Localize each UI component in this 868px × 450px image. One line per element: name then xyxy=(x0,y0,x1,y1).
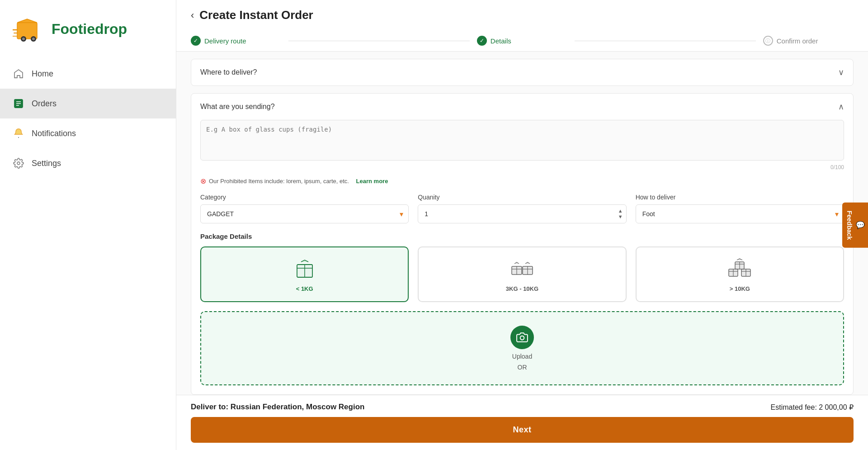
how-to-deliver-select-wrap: Foot Bike Car Truck ▾ xyxy=(636,204,844,223)
char-count: 0/100 xyxy=(200,164,844,171)
step-1-label: Delivery route xyxy=(204,37,246,45)
home-icon xyxy=(13,68,24,80)
what-sending-title: What are you sending? xyxy=(200,103,275,111)
sidebar-item-home[interactable]: Home xyxy=(0,59,176,89)
where-to-deliver-title: Where to deliver? xyxy=(200,68,257,76)
settings-icon xyxy=(13,157,24,169)
nav-items: Home Orders Notifications Settings xyxy=(0,59,176,178)
quantity-down-button[interactable]: ▼ xyxy=(616,214,625,220)
header: ‹ Create Instant Order ✓ Delivery route … xyxy=(176,0,868,52)
step-delivery-route[interactable]: ✓ Delivery route xyxy=(191,30,281,51)
feedback-icon: 💬 xyxy=(856,221,864,230)
sidebar-item-settings[interactable]: Settings xyxy=(0,148,176,178)
what-sending-chevron: ∧ xyxy=(838,102,844,112)
feedback-label: Feedback xyxy=(846,210,853,240)
step-divider-2 xyxy=(575,41,756,41)
logo-icon xyxy=(13,13,45,45)
step-confirm-order[interactable]: ⓘ Confirm order xyxy=(763,30,854,51)
logo-area: Footiedrop xyxy=(0,0,176,54)
orders-icon xyxy=(13,98,24,109)
what-sending-header[interactable]: What are you sending? ∧ xyxy=(191,94,853,120)
package-details-label: Package Details xyxy=(200,232,844,240)
quantity-up-button[interactable]: ▲ xyxy=(616,208,625,214)
main-area: ‹ Create Instant Order ✓ Delivery route … xyxy=(176,0,868,450)
where-to-deliver-chevron: ∨ xyxy=(838,67,844,77)
prohibited-notice: ⊗ Our Prohibited Items include: lorem, i… xyxy=(200,177,844,185)
package-small[interactable]: < 1KG xyxy=(200,246,409,302)
notifications-icon xyxy=(13,128,24,139)
how-to-deliver-select[interactable]: Foot Bike Car Truck xyxy=(636,204,844,223)
category-label: Category xyxy=(200,194,409,201)
step-3-icon: ⓘ xyxy=(763,36,773,46)
package-options: < 1KG xyxy=(200,246,844,302)
package-large-icon xyxy=(727,256,752,281)
footer-bar: Deliver to: Russian Federation, Moscow R… xyxy=(176,395,868,450)
svg-point-32 xyxy=(520,336,524,340)
how-to-deliver-label: How to deliver xyxy=(636,194,844,201)
step-2-label: Details xyxy=(491,37,511,45)
estimated-fee-text: Estimated fee: 2 000,00 ₽ xyxy=(771,403,854,412)
form-row-fields: Category GADGET DOCUMENT CLOTHING FOOD O… xyxy=(200,194,844,223)
quantity-arrows: ▲ ▼ xyxy=(616,208,625,220)
sidebar: Footiedrop Home Orders Notifications Set… xyxy=(0,0,176,450)
package-large-label: > 10KG xyxy=(730,285,750,292)
camera-icon xyxy=(510,326,534,349)
step-3-label: Confirm order xyxy=(777,37,818,45)
where-to-deliver-section: Where to deliver? ∨ xyxy=(191,59,854,86)
svg-point-14 xyxy=(17,162,20,165)
sidebar-item-orders[interactable]: Orders xyxy=(0,89,176,118)
warning-icon: ⊗ xyxy=(200,177,206,185)
upload-label: Upload xyxy=(512,353,532,360)
quantity-group: Quanity ▲ ▼ xyxy=(418,194,626,223)
how-to-deliver-group: How to deliver Foot Bike Car Truck ▾ xyxy=(636,194,844,223)
upload-or: OR xyxy=(518,364,527,371)
upload-area[interactable]: Upload OR xyxy=(200,311,844,385)
deliver-to-text: Deliver to: Russian Federation, Moscow R… xyxy=(191,403,364,412)
step-1-icon: ✓ xyxy=(191,36,201,46)
back-button[interactable]: ‹ xyxy=(191,9,194,21)
what-sending-section: What are you sending? ∧ 0/100 ⊗ Our Proh… xyxy=(191,93,854,395)
package-medium[interactable]: 3KG - 10KG xyxy=(418,246,626,302)
learn-more-link[interactable]: Learn more xyxy=(356,178,388,185)
step-divider-1 xyxy=(288,41,470,41)
sidebar-item-notifications[interactable]: Notifications xyxy=(0,118,176,148)
footer-info: Deliver to: Russian Federation, Moscow R… xyxy=(191,403,854,412)
back-title-row: ‹ Create Instant Order xyxy=(191,8,854,22)
quantity-input[interactable] xyxy=(418,204,626,223)
package-medium-icon xyxy=(510,256,534,281)
step-2-icon: ✓ xyxy=(477,36,487,46)
svg-point-8 xyxy=(32,38,35,40)
package-large[interactable]: > 10KG xyxy=(636,246,844,302)
page-title: Create Instant Order xyxy=(199,8,313,22)
where-to-deliver-header[interactable]: Where to deliver? ∨ xyxy=(191,59,853,85)
category-select-wrap: GADGET DOCUMENT CLOTHING FOOD OTHER ▾ xyxy=(200,204,409,223)
package-small-label: < 1KG xyxy=(296,285,313,292)
what-sending-body: 0/100 ⊗ Our Prohibited Items include: lo… xyxy=(191,120,853,394)
item-description-textarea[interactable] xyxy=(200,120,844,161)
quantity-input-wrap: ▲ ▼ xyxy=(418,204,626,223)
next-button[interactable]: Next xyxy=(191,417,854,443)
feedback-tab[interactable]: 💬 Feedback xyxy=(842,202,868,248)
step-details[interactable]: ✓ Details xyxy=(477,30,567,51)
package-small-icon xyxy=(292,256,317,281)
logo-text: Footiedrop xyxy=(52,21,127,38)
item-description-wrap: 0/100 xyxy=(200,120,844,171)
steps-bar: ✓ Delivery route ✓ Details ⓘ Confirm ord… xyxy=(191,30,854,51)
svg-point-6 xyxy=(22,38,25,40)
package-medium-label: 3KG - 10KG xyxy=(506,285,538,292)
category-select[interactable]: GADGET DOCUMENT CLOTHING FOOD OTHER xyxy=(200,204,409,223)
prohibited-text: Our Prohibited Items include: lorem, ips… xyxy=(209,178,349,185)
quantity-label: Quanity xyxy=(418,194,626,201)
category-group: Category GADGET DOCUMENT CLOTHING FOOD O… xyxy=(200,194,409,223)
content-area: Where to deliver? ∨ What are you sending… xyxy=(176,52,868,395)
